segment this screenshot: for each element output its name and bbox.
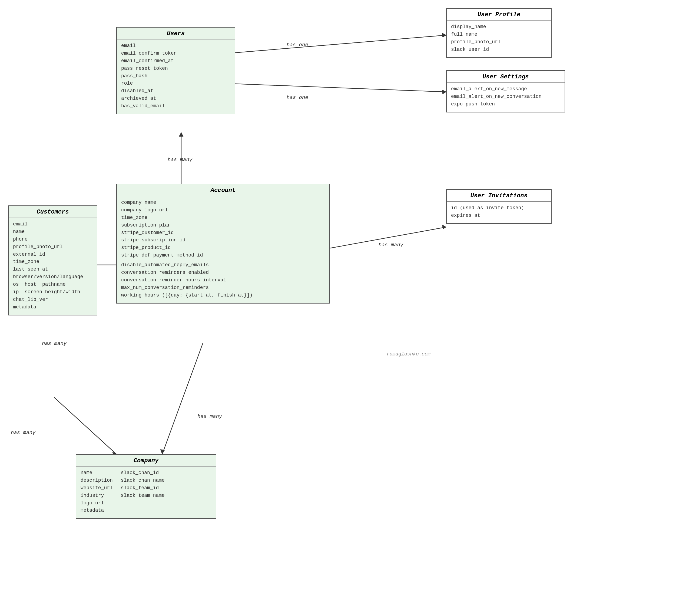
svg-marker-11 xyxy=(160,449,165,454)
acc-field-9: disable_automated_reply_emails xyxy=(121,261,325,269)
user-invitations-fields: id (used as invite token) expires_at xyxy=(447,202,551,223)
cust-field-1: email xyxy=(13,221,93,228)
svg-line-12 xyxy=(54,397,116,454)
company-col-left: name description website_url industry lo… xyxy=(80,469,113,514)
cust-field-2: name xyxy=(13,228,93,236)
svg-line-10 xyxy=(162,343,203,454)
cust-field-12: metadata xyxy=(13,304,93,311)
comp-field-5: logo_url xyxy=(80,499,113,507)
users-field-8: archieved_at xyxy=(121,95,230,103)
acc-field-7: stripe_product_id xyxy=(121,244,325,252)
up-field-1: display_name xyxy=(451,23,547,31)
users-field-4: pass_reset_token xyxy=(121,65,230,72)
diagram-container: Users email email_confirm_token email_co… xyxy=(0,0,676,616)
svg-marker-5 xyxy=(179,132,183,136)
user-profile-title: User Profile xyxy=(447,9,551,20)
cust-field-9: os host pathname xyxy=(13,281,93,289)
acc-field-13: working_hours ([{day: {start_at, finish_… xyxy=(121,292,325,299)
users-field-9: has_valid_email xyxy=(121,103,230,110)
user-invitations-title: User Invitations xyxy=(447,190,551,202)
ui-field-2: expires_at xyxy=(451,212,547,220)
acc-field-10: conversation_reminders_enabled xyxy=(121,269,325,276)
customers-entity: Customers email name phone profile_photo… xyxy=(8,205,97,315)
acc-field-4: subscription_plan xyxy=(121,222,325,229)
acc-field-5: stripe_customer_id xyxy=(121,229,325,237)
svg-marker-9 xyxy=(442,225,446,229)
comp-field-1: name xyxy=(80,469,113,477)
users-field-3: email_confirmed_at xyxy=(121,57,230,65)
account-fields: company_name company_logo_url time_zone … xyxy=(117,196,329,303)
user-invitations-entity: User Invitations id (used as invite toke… xyxy=(446,189,552,224)
acc-field-8: stripe_def_payment_method_id xyxy=(121,252,325,259)
company-cols: name description website_url industry lo… xyxy=(80,469,212,514)
users-title: Users xyxy=(117,27,235,40)
acc-field-12: max_num_conversation_reminders xyxy=(121,284,325,292)
cust-field-10: ip screen height/width xyxy=(13,289,93,296)
cust-field-7: last_seen_at xyxy=(13,266,93,273)
acc-field-3: time_zone xyxy=(121,214,325,222)
customers-fields: email name phone profile_photo_url exter… xyxy=(9,218,97,315)
up-field-2: full_name xyxy=(451,31,547,39)
company-fields: name description website_url industry lo… xyxy=(76,467,216,518)
company-col-right: slack_chan_id slack_chan_name slack_team… xyxy=(121,469,165,514)
acc-field-11: conversation_reminder_hours_interval xyxy=(121,276,325,284)
cust-field-4: profile_photo_url xyxy=(13,243,93,251)
acc-field-6: stripe_subscription_id xyxy=(121,237,325,244)
user-settings-entity: User Settings email_alert_on_new_message… xyxy=(446,70,565,113)
customers-title: Customers xyxy=(9,206,97,218)
comp-field-7: slack_chan_id xyxy=(121,469,165,477)
relation-has-many-company-from-customers: has many xyxy=(11,430,36,436)
comp-field-2: description xyxy=(80,477,113,484)
account-entity: Account company_name company_logo_url ti… xyxy=(116,184,330,304)
up-field-4: slack_user_id xyxy=(451,46,547,54)
users-entity: Users email email_confirm_token email_co… xyxy=(116,27,235,114)
user-profile-fields: display_name full_name profile_photo_url… xyxy=(447,20,551,57)
users-field-7: disabled_at xyxy=(121,87,230,95)
users-field-5: pass_hash xyxy=(121,72,230,80)
cust-field-11: chat_lib_ver xyxy=(13,296,93,304)
us-field-1: email_alert_on_new_message xyxy=(451,85,560,93)
company-entity: Company name description website_url ind… xyxy=(76,454,216,519)
account-title: Account xyxy=(117,184,329,196)
us-field-2: email_alert_on_new_conversation xyxy=(451,93,560,101)
comp-field-4: industry xyxy=(80,492,113,499)
company-title: Company xyxy=(76,455,216,467)
users-field-2: email_confirm_token xyxy=(121,50,230,57)
svg-line-0 xyxy=(235,35,446,53)
svg-marker-3 xyxy=(442,90,446,94)
relation-has-many-customers: has many xyxy=(42,341,66,347)
svg-marker-1 xyxy=(442,33,446,37)
up-field-3: profile_photo_url xyxy=(451,39,547,46)
users-field-1: email xyxy=(121,42,230,50)
users-field-6: role xyxy=(121,80,230,87)
cust-field-6: time_zone xyxy=(13,258,93,266)
us-field-3: expo_push_token xyxy=(451,101,560,108)
comp-field-10: slack_team_name xyxy=(121,492,165,499)
comp-field-9: slack_team_id xyxy=(121,484,165,492)
comp-field-8: slack_chan_name xyxy=(121,477,165,484)
relation-has-one-settings: has one xyxy=(287,95,308,101)
cust-field-8: browser/version/language xyxy=(13,273,93,281)
comp-field-3: website_url xyxy=(80,484,113,492)
user-settings-fields: email_alert_on_new_message email_alert_o… xyxy=(447,83,565,112)
watermark: romaglushko.com xyxy=(387,351,431,357)
cust-field-3: phone xyxy=(13,236,93,243)
relation-has-many-invitations: has many xyxy=(379,242,403,248)
acc-field-2: company_logo_url xyxy=(121,206,325,214)
cust-field-5: external_id xyxy=(13,251,93,258)
relation-has-many-company-from-account: has many xyxy=(198,414,222,420)
ui-field-1: id (used as invite token) xyxy=(451,204,547,212)
comp-field-6: metadata xyxy=(80,507,113,514)
user-profile-entity: User Profile display_name full_name prof… xyxy=(446,8,552,58)
relation-has-many-users: has many xyxy=(168,157,192,163)
relation-has-one-profile: has one xyxy=(287,42,308,48)
user-settings-title: User Settings xyxy=(447,71,565,83)
users-fields: email email_confirm_token email_confirme… xyxy=(117,40,235,114)
svg-line-2 xyxy=(235,84,446,92)
arrows-svg xyxy=(0,0,676,616)
acc-field-1: company_name xyxy=(121,199,325,206)
